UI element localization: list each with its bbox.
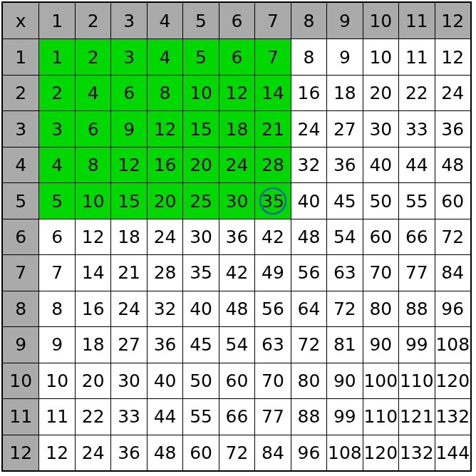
product-cell: 2 xyxy=(75,38,110,74)
product-cell: 60 xyxy=(219,363,254,398)
product-cell: 6 xyxy=(38,219,74,254)
product-cell: 12 xyxy=(219,75,254,110)
product-cell: 24 xyxy=(75,435,110,470)
col-header: 8 xyxy=(291,3,326,38)
circle-marker xyxy=(259,187,286,214)
col-header: 10 xyxy=(363,3,398,38)
product-cell: 45 xyxy=(182,326,218,362)
product-cell: 12 xyxy=(110,147,146,182)
product-cell: 44 xyxy=(398,147,434,182)
corner-cell: x xyxy=(3,3,38,38)
product-cell: 25 xyxy=(182,182,218,218)
row-header: 3 xyxy=(3,110,38,146)
product-cell: 33 xyxy=(110,398,146,434)
product-cell: 132 xyxy=(398,435,434,470)
product-cell: 24 xyxy=(147,219,182,254)
product-cell: 11 xyxy=(38,398,74,434)
product-cell: 4 xyxy=(147,38,182,74)
product-cell: 110 xyxy=(398,363,434,398)
product-cell: 66 xyxy=(219,398,254,434)
product-cell: 8 xyxy=(291,38,326,74)
product-cell: 54 xyxy=(326,219,362,254)
product-cell: 36 xyxy=(147,326,182,362)
product-cell: 108 xyxy=(435,326,470,362)
product-cell: 40 xyxy=(291,182,326,218)
product-cell: 33 xyxy=(398,110,434,146)
product-cell: 70 xyxy=(363,254,398,290)
row-header: 9 xyxy=(3,326,38,362)
product-cell: 21 xyxy=(254,110,290,146)
product-cell: 7 xyxy=(254,38,290,74)
product-cell: 96 xyxy=(435,291,470,326)
product-cell: 12 xyxy=(435,38,470,74)
product-cell: 99 xyxy=(398,326,434,362)
row-header: 12 xyxy=(3,435,38,470)
product-cell: 10 xyxy=(75,182,110,218)
product-cell: 27 xyxy=(326,110,362,146)
product-cell: 60 xyxy=(363,219,398,254)
product-cell: 4 xyxy=(75,75,110,110)
product-cell: 8 xyxy=(75,147,110,182)
product-cell: 110 xyxy=(363,398,398,434)
col-header: 6 xyxy=(219,3,254,38)
product-cell: 28 xyxy=(147,254,182,290)
product-cell: 42 xyxy=(219,254,254,290)
product-cell: 72 xyxy=(326,291,362,326)
row-header: 6 xyxy=(3,219,38,254)
product-cell: 121 xyxy=(398,398,434,434)
product-cell: 36 xyxy=(326,147,362,182)
product-cell: 144 xyxy=(435,435,470,470)
row-header: 11 xyxy=(3,398,38,434)
product-cell: 6 xyxy=(219,38,254,74)
product-cell: 50 xyxy=(182,363,218,398)
product-cell: 36 xyxy=(435,110,470,146)
product-cell: 16 xyxy=(147,147,182,182)
product-cell: 100 xyxy=(363,363,398,398)
product-cell: 35 xyxy=(254,182,290,218)
product-cell: 77 xyxy=(398,254,434,290)
product-cell: 12 xyxy=(75,219,110,254)
product-cell: 120 xyxy=(363,435,398,470)
col-header: 4 xyxy=(147,3,182,38)
product-cell: 99 xyxy=(326,398,362,434)
product-cell: 60 xyxy=(435,182,470,218)
product-cell: 44 xyxy=(147,398,182,434)
row-header: 10 xyxy=(3,363,38,398)
product-cell: 14 xyxy=(254,75,290,110)
product-cell: 5 xyxy=(38,182,74,218)
col-header: 12 xyxy=(435,3,470,38)
product-cell: 10 xyxy=(38,363,74,398)
product-cell: 40 xyxy=(363,147,398,182)
col-header: 2 xyxy=(75,3,110,38)
product-cell: 12 xyxy=(147,110,182,146)
product-cell: 30 xyxy=(110,363,146,398)
product-cell: 9 xyxy=(38,326,74,362)
product-cell: 40 xyxy=(147,363,182,398)
product-cell: 30 xyxy=(219,182,254,218)
product-cell: 35 xyxy=(182,254,218,290)
product-cell: 72 xyxy=(291,326,326,362)
product-cell: 10 xyxy=(182,75,218,110)
product-cell: 60 xyxy=(182,435,218,470)
product-cell: 88 xyxy=(291,398,326,434)
product-cell: 9 xyxy=(326,38,362,74)
product-cell: 88 xyxy=(398,291,434,326)
row-header: 8 xyxy=(3,291,38,326)
product-cell: 56 xyxy=(291,254,326,290)
row-header: 7 xyxy=(3,254,38,290)
product-cell: 24 xyxy=(219,147,254,182)
product-cell: 15 xyxy=(110,182,146,218)
product-cell: 20 xyxy=(75,363,110,398)
product-cell: 48 xyxy=(219,291,254,326)
col-header: 1 xyxy=(38,3,74,38)
product-cell: 16 xyxy=(75,291,110,326)
product-cell: 84 xyxy=(254,435,290,470)
product-cell: 20 xyxy=(147,182,182,218)
product-cell: 64 xyxy=(291,291,326,326)
col-header: 5 xyxy=(182,3,218,38)
product-cell: 8 xyxy=(38,291,74,326)
multiplication-table: x123456789101112112345678910111222468101… xyxy=(1,1,472,472)
product-cell: 9 xyxy=(110,110,146,146)
product-cell: 90 xyxy=(363,326,398,362)
product-cell: 3 xyxy=(38,110,74,146)
